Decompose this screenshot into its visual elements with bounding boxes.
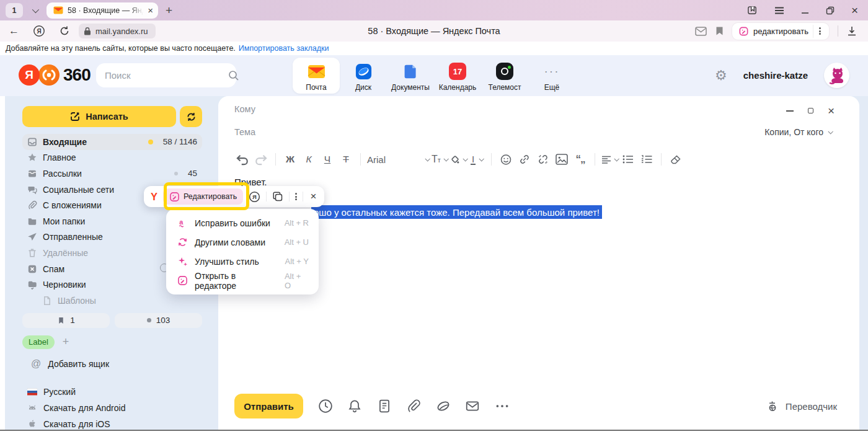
menu-item-open-editor[interactable]: Открыть в редактореAlt + O <box>166 271 319 290</box>
send-button[interactable]: Отправить <box>234 394 303 418</box>
note-icon[interactable] <box>377 399 392 414</box>
avatar[interactable] <box>824 63 849 88</box>
yandex-y-logo: Y <box>151 191 157 203</box>
stat-pill-dot[interactable]: 103 <box>115 313 202 328</box>
bell-icon[interactable] <box>347 399 362 414</box>
sidebar-link-apple[interactable]: Скачать для iOS <box>22 416 202 430</box>
app-Телемост[interactable]: Телемост <box>481 58 528 94</box>
add-label-icon[interactable]: + <box>63 335 69 348</box>
add-mailbox-button[interactable]: @ Добавить ящик <box>22 358 202 370</box>
close-window-icon[interactable]: × <box>851 4 858 16</box>
drafts-icon <box>27 280 37 290</box>
unlink-icon[interactable] <box>534 154 552 165</box>
text-color-button[interactable]: I <box>467 150 486 169</box>
stat-pill-bookmark[interactable]: 1 <box>22 313 110 328</box>
font-family-select[interactable]: Arial <box>366 150 430 169</box>
rephrase-icon <box>177 237 188 247</box>
search-input[interactable] <box>105 70 228 81</box>
translator-button[interactable]: Переводчик <box>767 400 837 412</box>
image-icon[interactable] <box>552 154 571 165</box>
clock-icon[interactable] <box>318 399 333 414</box>
subject-field[interactable]: Тема <box>234 127 255 137</box>
add-mailbox-label: Добавить ящик <box>48 359 109 369</box>
yandex-logo-icon: Я <box>19 64 40 86</box>
refresh-mail-button[interactable] <box>180 106 202 127</box>
download-icon[interactable] <box>847 26 857 37</box>
yandex-search-icon[interactable]: Я <box>249 191 260 203</box>
bullet-list-icon[interactable] <box>619 155 637 164</box>
tab-count-button[interactable]: 1 <box>6 3 23 18</box>
compose-minimize-icon[interactable] <box>786 110 794 112</box>
editor-extension-button[interactable]: редактировать <box>732 23 829 40</box>
envelope-icon[interactable] <box>465 399 480 414</box>
compose-button[interactable]: Написать <box>22 106 176 127</box>
to-field[interactable]: Кому <box>234 104 255 114</box>
gear-icon[interactable]: ⚙ <box>715 68 727 84</box>
link-icon[interactable] <box>515 154 534 165</box>
bold-button[interactable]: Ж <box>281 150 299 169</box>
font-size-select[interactable]: Tт <box>430 150 449 169</box>
sidebar-folder-inbox[interactable]: Входящие58 / 1146 <box>22 134 202 150</box>
menu-icon[interactable] <box>774 7 784 14</box>
popup-kebab-icon[interactable] <box>295 192 297 202</box>
app-Ещё[interactable]: ···Ещё <box>528 58 575 94</box>
undo-icon[interactable] <box>233 153 252 166</box>
sidebar-folder-template[interactable]: Шаблоны <box>22 293 202 309</box>
menu-item-rephrase[interactable]: Другими словамиAlt + U <box>166 232 319 252</box>
search-box[interactable] <box>96 63 236 87</box>
sidebar-link-flag-ru[interactable]: Русский <box>22 384 202 401</box>
more-icon[interactable] <box>495 399 510 414</box>
url-field[interactable]: mail.yandex.ru <box>79 24 156 38</box>
tab-close-icon[interactable]: × <box>148 6 153 15</box>
extension-kebab-icon[interactable] <box>813 25 826 38</box>
folder-count: 58 / 1146 <box>163 137 197 146</box>
copy-icon[interactable] <box>272 191 283 202</box>
popup-close-icon[interactable]: × <box>309 190 317 203</box>
quote-icon[interactable]: “„ <box>571 150 590 169</box>
disk-icon[interactable] <box>436 399 451 414</box>
tab-list-chevron-icon[interactable] <box>28 8 42 13</box>
menu-item-improve-style[interactable]: Улучшить стильAlt + Y <box>166 252 319 271</box>
italic-button[interactable]: К <box>299 150 318 169</box>
fill-color-button[interactable] <box>449 150 467 169</box>
eraser-icon[interactable] <box>666 154 685 165</box>
app-Почта[interactable]: Почта <box>293 58 340 94</box>
spam-icon <box>27 264 37 274</box>
yandex360-logo[interactable]: Я 360 <box>19 64 91 86</box>
redo-icon[interactable] <box>252 153 270 166</box>
trash-icon <box>27 248 37 258</box>
sidebar-link-android[interactable]: Скачать для Android <box>22 400 202 416</box>
yandex-browser-icon[interactable]: Я <box>33 25 45 37</box>
app-Диск[interactable]: Диск <box>340 58 387 94</box>
strikethrough-button[interactable]: Т <box>337 150 355 169</box>
restore-icon[interactable] <box>826 6 835 15</box>
selected-text[interactable]: ошо у остальных кажется тоже. Передавай … <box>311 205 602 219</box>
import-bookmarks-link[interactable]: Импортировать закладки <box>239 44 329 53</box>
minimize-icon[interactable] <box>801 6 809 14</box>
underline-button[interactable]: Ч <box>318 150 337 169</box>
numbered-list-icon[interactable] <box>637 155 656 164</box>
label-pill[interactable]: Label <box>22 335 55 349</box>
bookmark-panel-icon[interactable] <box>747 5 758 16</box>
mail-icon[interactable] <box>695 27 707 36</box>
app-Документы[interactable]: Документы <box>387 58 434 94</box>
bookmark-icon[interactable] <box>715 26 724 36</box>
active-tab[interactable]: 58 · Входящие — Яндек × <box>46 2 158 19</box>
flag-ru-icon <box>27 387 37 397</box>
compose-close-icon[interactable]: × <box>828 105 835 117</box>
refresh-icon[interactable] <box>59 25 70 37</box>
align-button[interactable] <box>600 150 619 169</box>
attach-icon[interactable] <box>406 399 421 414</box>
back-icon[interactable]: ← <box>9 25 19 37</box>
cc-from-toggle[interactable]: Копии, От кого <box>764 127 832 137</box>
menu-item-label: Другими словами <box>195 237 265 247</box>
dot-icon <box>147 318 151 322</box>
sidebar-folder-star[interactable]: Главное <box>22 150 202 166</box>
emoji-icon[interactable] <box>497 154 515 166</box>
sidebar-folder-newsletters[interactable]: Рассылки45 <box>22 166 202 182</box>
compose-restore-icon[interactable] <box>808 108 813 113</box>
username[interactable]: cheshire-katze <box>743 70 808 81</box>
menu-item-fix-errors[interactable]: aИсправить ошибкиAlt + R <box>166 213 319 232</box>
app-Календарь[interactable]: 17Календарь <box>434 58 481 94</box>
new-tab-button[interactable]: + <box>166 4 172 16</box>
